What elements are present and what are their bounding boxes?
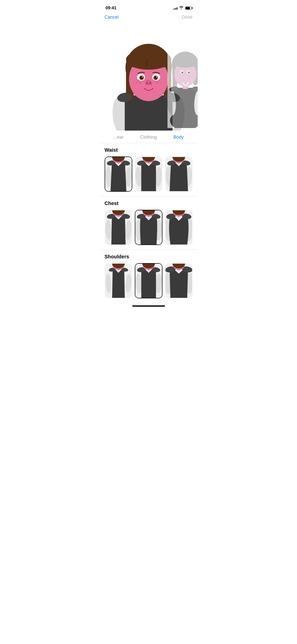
shoulders-option-2[interactable] — [135, 263, 162, 298]
home-indicator — [132, 305, 165, 307]
svg-point-29 — [140, 82, 141, 84]
shoulders-title: Shoulders — [105, 254, 193, 260]
chest-option-3[interactable] — [165, 210, 193, 245]
chest-option-2[interactable] — [135, 210, 162, 245]
chest-option-1[interactable] — [105, 210, 132, 245]
svg-point-33 — [160, 82, 161, 83]
shoulders-options — [105, 263, 193, 303]
waist-title: Waist — [105, 147, 193, 153]
tab-bar: ...ear Clothing Body — [100, 131, 198, 143]
svg-point-36 — [151, 85, 152, 86]
svg-rect-41 — [174, 88, 196, 126]
svg-point-28 — [138, 79, 139, 81]
tab-clothing[interactable]: Clothing — [138, 134, 159, 141]
cancel-button[interactable]: Cancel — [105, 15, 119, 20]
battery-icon — [185, 7, 192, 10]
svg-point-24 — [156, 76, 157, 77]
svg-point-20 — [142, 76, 143, 77]
tab-headwear[interactable]: ...ear — [111, 134, 125, 141]
status-icons — [173, 6, 192, 10]
wifi-icon — [179, 6, 184, 10]
shoulders-option-3[interactable] — [165, 263, 193, 298]
svg-point-50 — [172, 57, 198, 68]
waist-options — [105, 156, 193, 196]
chest-title: Chest — [105, 200, 193, 206]
waist-option-1[interactable] — [105, 156, 132, 192]
svg-point-30 — [136, 82, 137, 83]
svg-point-54 — [188, 71, 190, 73]
nav-bar: Cancel Done — [100, 13, 198, 22]
shoulders-option-1[interactable] — [105, 263, 132, 298]
status-time: 09:41 — [106, 6, 116, 11]
waist-option-2[interactable] — [135, 156, 162, 192]
tab-body[interactable]: Body — [172, 134, 186, 141]
svg-point-56 — [185, 83, 186, 84]
waist-section: Waist — [100, 143, 198, 196]
svg-point-32 — [156, 82, 157, 84]
svg-point-34 — [148, 84, 149, 85]
status-bar: 09:41 — [100, 0, 198, 13]
done-button: Done — [182, 15, 192, 20]
svg-point-35 — [145, 85, 146, 86]
chest-section: Chest — [100, 196, 198, 250]
svg-point-52 — [181, 71, 183, 73]
shoulders-section: Shoulders — [100, 250, 198, 303]
svg-point-26 — [146, 82, 148, 85]
waist-option-3[interactable] — [165, 156, 193, 192]
secondary-avatar — [167, 37, 198, 128]
signal-icon — [173, 7, 178, 10]
chest-options — [105, 210, 193, 250]
avatar-preview — [100, 22, 198, 131]
svg-point-27 — [149, 82, 152, 85]
svg-point-31 — [158, 79, 159, 81]
